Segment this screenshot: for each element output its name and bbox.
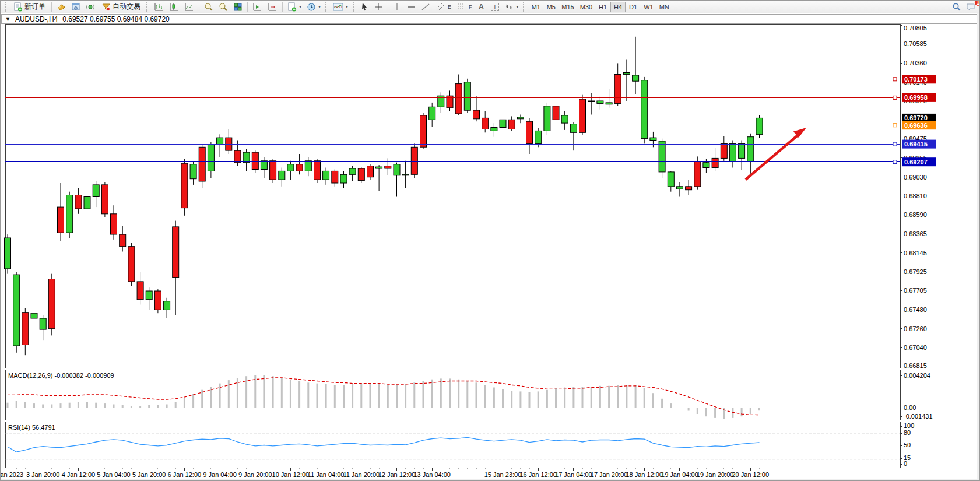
market-watch-button[interactable] bbox=[54, 1, 68, 13]
zoom-out-button[interactable] bbox=[216, 1, 230, 13]
arrows-button[interactable]: ▾ bbox=[502, 1, 521, 13]
line-handle bbox=[893, 124, 897, 127]
svg-text:0.69207: 0.69207 bbox=[904, 159, 928, 166]
svg-text:0.69415: 0.69415 bbox=[904, 141, 928, 148]
timeframe-m15[interactable]: M15 bbox=[559, 2, 577, 12]
timeframe-h1[interactable]: H1 bbox=[595, 2, 610, 12]
main-chart-svg: 0.708050.705850.703600.701400.699200.694… bbox=[1, 24, 980, 368]
svg-text:0.00: 0.00 bbox=[904, 404, 916, 411]
zoom-out-icon bbox=[219, 2, 228, 12]
channel-letter: E bbox=[448, 4, 451, 10]
equidistant-channel-button[interactable]: E bbox=[433, 1, 454, 13]
timeframe-m30[interactable]: M30 bbox=[577, 2, 595, 12]
svg-text:80: 80 bbox=[904, 429, 911, 436]
svg-text:0.67480: 0.67480 bbox=[904, 306, 927, 313]
zoom-in-button[interactable] bbox=[202, 1, 216, 13]
line-chart-icon bbox=[184, 2, 194, 12]
auto-trading-label: 自动交易 bbox=[113, 2, 140, 12]
chat-badge: 1 bbox=[974, 0, 980, 6]
new-chart-icon bbox=[287, 2, 297, 12]
fibonacci-letter: F bbox=[469, 4, 472, 10]
time-axis[interactable]: 3 Jan 20233 Jan 20:004 Jan 12:005 Jan 04… bbox=[1, 468, 980, 479]
timeframe-w1[interactable]: W1 bbox=[641, 2, 656, 12]
indicators-button[interactable]: ▾ bbox=[331, 1, 350, 13]
search-button[interactable] bbox=[950, 1, 964, 13]
tile-windows-button[interactable] bbox=[231, 1, 245, 13]
line-handle bbox=[893, 160, 897, 164]
line-chart-button[interactable] bbox=[182, 1, 196, 13]
fibonacci-button[interactable]: F bbox=[454, 1, 475, 13]
new-chart-button[interactable]: ▾ bbox=[285, 1, 304, 13]
time-label: 9 Jan 04:00 bbox=[203, 471, 237, 478]
crosshair-button[interactable] bbox=[371, 1, 385, 13]
time-label: 17 Jan 20:00 bbox=[591, 471, 628, 478]
line-handle bbox=[893, 142, 897, 146]
new-order-icon bbox=[13, 2, 23, 12]
time-label: 3 Jan 20:00 bbox=[26, 471, 60, 478]
rsi-pane[interactable]: 1008050150RSI(14) 56.4791 bbox=[1, 422, 980, 468]
horizontal-line-button[interactable] bbox=[404, 1, 418, 13]
svg-text:0.004204: 0.004204 bbox=[904, 372, 930, 379]
cursor-button[interactable] bbox=[358, 1, 371, 13]
text-icon: A bbox=[479, 2, 484, 11]
svg-text:0.68365: 0.68365 bbox=[904, 230, 927, 237]
svg-text:0.69030: 0.69030 bbox=[904, 174, 927, 181]
auto-scroll-button[interactable] bbox=[250, 1, 265, 13]
time-label: 20 Jan 12:00 bbox=[732, 471, 769, 478]
periods-button[interactable]: ▾ bbox=[304, 1, 323, 13]
zoom-in-icon bbox=[204, 2, 213, 12]
timeframe-m5[interactable]: M5 bbox=[543, 2, 559, 12]
timeframe-h4[interactable]: H4 bbox=[610, 2, 626, 12]
navigator-button[interactable] bbox=[83, 1, 97, 13]
timeframe-d1[interactable]: D1 bbox=[626, 2, 641, 12]
toolbar-grip[interactable] bbox=[353, 2, 356, 12]
svg-text:0.70360: 0.70360 bbox=[904, 59, 927, 66]
candlestick-chart-icon bbox=[169, 2, 179, 12]
main-chart-pane[interactable]: 0.708050.705850.703600.701400.699200.694… bbox=[1, 24, 980, 368]
new-order-button[interactable]: 新订单 bbox=[10, 1, 49, 13]
horizontal-line-icon bbox=[406, 2, 416, 12]
bar-chart-button[interactable] bbox=[152, 1, 166, 13]
chart-title-bar[interactable]: ▼ AUDUSD-,H4 0.69527 0.69755 0.69484 0.6… bbox=[1, 14, 979, 24]
time-label: 3 Jan 2023 bbox=[1, 471, 23, 478]
navigator-icon bbox=[86, 2, 95, 12]
crosshair-icon bbox=[374, 2, 383, 12]
text-button[interactable]: A bbox=[475, 1, 488, 13]
toolbar: 新订单 自动交易 bbox=[1, 1, 980, 13]
svg-text:0.66815: 0.66815 bbox=[904, 362, 927, 368]
timeframe-m1[interactable]: M1 bbox=[528, 2, 543, 12]
text-label-button[interactable]: T bbox=[489, 1, 502, 13]
mt4-window: 新订单 自动交易 bbox=[0, 0, 980, 481]
data-window-icon bbox=[71, 2, 80, 12]
time-label: 5 Jan 04:00 bbox=[97, 471, 131, 478]
vertical-line-button[interactable] bbox=[391, 1, 403, 13]
svg-text:0.67040: 0.67040 bbox=[904, 344, 927, 351]
toolbar-grip[interactable] bbox=[325, 2, 328, 12]
auto-trading-button[interactable]: 自动交易 bbox=[98, 1, 144, 13]
auto-trading-icon bbox=[101, 2, 111, 12]
svg-text:-0.001431: -0.001431 bbox=[904, 413, 933, 420]
toolbar-grip[interactable] bbox=[5, 2, 8, 12]
time-label: 11 Jan 04:00 bbox=[308, 471, 345, 478]
time-label: 9 Jan 20:00 bbox=[238, 471, 272, 478]
chart-shift-button[interactable] bbox=[265, 1, 280, 13]
collapse-triangle-icon[interactable]: ▼ bbox=[5, 16, 10, 22]
data-window-button[interactable] bbox=[69, 1, 83, 13]
macd-label: MACD(12,26,9) -0.000382 -0.000909 bbox=[8, 372, 114, 379]
toolbar-grip[interactable] bbox=[523, 2, 526, 12]
time-axis-svg: 3 Jan 20233 Jan 20:004 Jan 12:005 Jan 04… bbox=[1, 468, 980, 479]
candlestick-chart-button[interactable] bbox=[167, 1, 181, 13]
cursor-icon bbox=[360, 2, 368, 12]
new-order-label: 新订单 bbox=[24, 2, 45, 12]
chat-button[interactable]: 1 bbox=[964, 1, 978, 13]
svg-text:0.68810: 0.68810 bbox=[904, 192, 927, 199]
fibonacci-icon bbox=[456, 2, 467, 12]
chevron-down-icon: ▾ bbox=[346, 4, 348, 9]
trendline-button[interactable] bbox=[419, 1, 433, 13]
macd-pane[interactable]: 0.0042040.00-0.001431MACD(12,26,9) -0.00… bbox=[1, 370, 980, 420]
svg-text:0.67705: 0.67705 bbox=[904, 287, 927, 294]
svg-text:0.68590: 0.68590 bbox=[904, 211, 927, 218]
timeframe-mn[interactable]: MN bbox=[656, 2, 672, 12]
chevron-down-icon: ▾ bbox=[299, 4, 301, 9]
toolbar-grip[interactable] bbox=[146, 2, 149, 12]
